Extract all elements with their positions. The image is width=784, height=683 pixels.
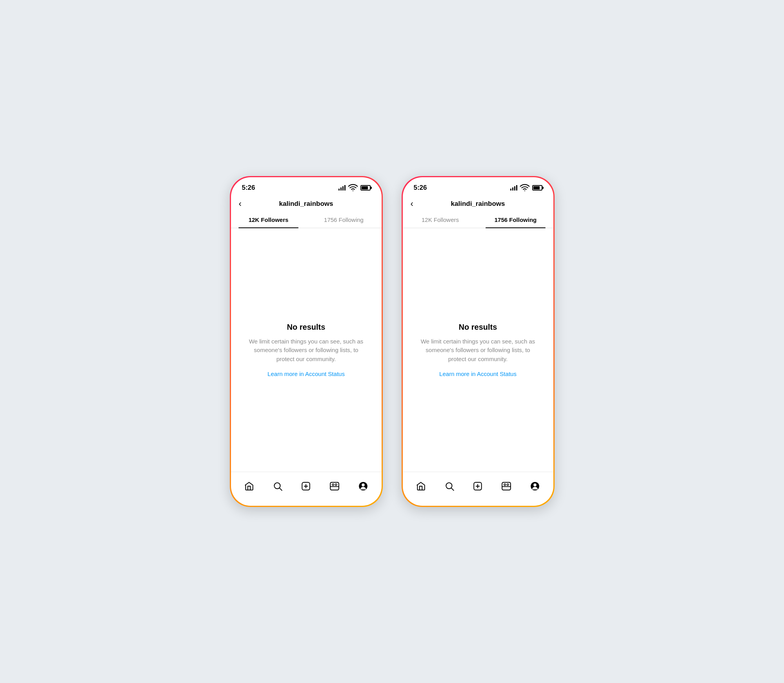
page-wrapper: 5:26 ‹ xyxy=(230,176,555,507)
no-results-desc-right: We limit certain things you can see, suc… xyxy=(418,337,538,364)
status-bar-right: 5:26 xyxy=(403,177,553,196)
back-button-left[interactable]: ‹ xyxy=(239,200,242,208)
svg-point-7 xyxy=(335,484,337,485)
back-button-right[interactable]: ‹ xyxy=(411,200,413,208)
signal-icon-left xyxy=(338,185,346,191)
profile-icon-left[interactable] xyxy=(355,478,372,495)
add-icon-right[interactable] xyxy=(469,478,486,495)
content-area-left: No results We limit certain things you c… xyxy=(231,228,382,472)
tab-following-left[interactable]: 1756 Following xyxy=(306,212,382,228)
home-icon-left[interactable] xyxy=(240,478,258,495)
svg-line-1 xyxy=(280,488,282,490)
battery-icon-left xyxy=(360,185,371,191)
status-icons-right xyxy=(510,183,542,193)
phone-left: 5:26 ‹ xyxy=(230,176,383,507)
svg-point-17 xyxy=(504,484,506,485)
svg-point-6 xyxy=(332,484,334,485)
wifi-icon-left xyxy=(348,183,358,193)
search-icon-left[interactable] xyxy=(269,478,286,495)
tab-following-right[interactable]: 1756 Following xyxy=(478,212,553,228)
no-results-title-left: No results xyxy=(287,323,326,332)
bottom-nav-left xyxy=(231,472,382,506)
tabs-right: 12K Followers 1756 Following xyxy=(403,212,553,228)
reels-icon-right[interactable] xyxy=(498,478,515,495)
reels-icon-left[interactable] xyxy=(326,478,343,495)
status-icons-left xyxy=(338,183,371,193)
status-bar-left: 5:26 xyxy=(231,177,382,196)
svg-point-18 xyxy=(507,484,509,485)
wifi-icon-right xyxy=(520,183,530,193)
add-icon-left[interactable] xyxy=(297,478,315,495)
bottom-nav-right xyxy=(403,472,553,506)
nav-title-left: kalindi_rainbows xyxy=(279,200,333,208)
tabs-left: 12K Followers 1756 Following xyxy=(231,212,382,228)
phone-left-inner: 5:26 ‹ xyxy=(231,177,382,506)
svg-rect-5 xyxy=(330,482,339,490)
nav-header-left: ‹ kalindi_rainbows xyxy=(231,196,382,212)
tab-followers-right[interactable]: 12K Followers xyxy=(403,212,478,228)
signal-icon-right xyxy=(510,185,517,191)
learn-more-link-right[interactable]: Learn more in Account Status xyxy=(439,371,517,377)
no-results-title-right: No results xyxy=(459,323,497,332)
nav-title-right: kalindi_rainbows xyxy=(451,200,505,208)
profile-icon-right[interactable] xyxy=(526,478,544,495)
phone-right: 5:26 ‹ xyxy=(402,176,555,507)
svg-line-12 xyxy=(451,488,454,490)
status-time-right: 5:26 xyxy=(414,184,427,192)
nav-header-right: ‹ kalindi_rainbows xyxy=(403,196,553,212)
svg-rect-16 xyxy=(502,482,511,490)
tab-followers-left[interactable]: 12K Followers xyxy=(231,212,306,228)
svg-point-10 xyxy=(362,483,365,487)
no-results-desc-left: We limit certain things you can see, suc… xyxy=(247,337,366,364)
search-icon-right[interactable] xyxy=(441,478,458,495)
home-icon-right[interactable] xyxy=(412,478,429,495)
svg-point-21 xyxy=(533,483,537,487)
content-area-right: No results We limit certain things you c… xyxy=(403,228,553,472)
learn-more-link-left[interactable]: Learn more in Account Status xyxy=(267,371,345,377)
phone-right-inner: 5:26 ‹ xyxy=(403,177,553,506)
battery-icon-right xyxy=(532,185,542,191)
status-time-left: 5:26 xyxy=(242,184,255,192)
